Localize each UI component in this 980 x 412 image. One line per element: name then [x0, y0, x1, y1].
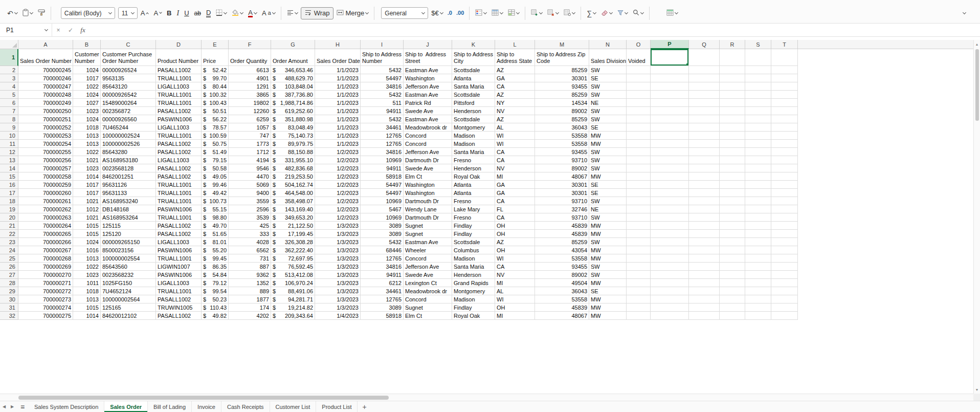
cell-Q4[interactable]: [689, 82, 720, 91]
cell-S11[interactable]: [745, 140, 771, 148]
cell-S12[interactable]: [745, 148, 771, 156]
cell-C27[interactable]: 0023568232: [101, 271, 156, 279]
cell-R27[interactable]: [720, 271, 745, 279]
cell-F32[interactable]: 4202: [229, 312, 271, 320]
cell-E24[interactable]: $55.20: [202, 246, 229, 254]
cell-P25[interactable]: [651, 254, 689, 263]
cell-P21[interactable]: [651, 222, 689, 230]
cell-K11[interactable]: Madison: [452, 140, 495, 148]
cell-B28[interactable]: 1011: [73, 279, 101, 287]
cell-F8[interactable]: 6259: [229, 115, 271, 123]
cell-D13[interactable]: LIGALL1003: [156, 156, 202, 164]
cell-M18[interactable]: 93710: [535, 197, 589, 205]
cell-H6[interactable]: 1/1/2023: [315, 99, 361, 107]
cell-I5[interactable]: 5432: [361, 91, 404, 99]
font-name-select[interactable]: Calibri (Body): [61, 7, 115, 19]
cell-O23[interactable]: [627, 238, 651, 246]
sheet-tab-cash-receipts[interactable]: Cash Receipts: [221, 401, 270, 412]
cell-F3[interactable]: 4901: [229, 74, 271, 82]
cell-R1[interactable]: [720, 49, 745, 66]
cell-N9[interactable]: SE: [589, 123, 627, 132]
cell-B7[interactable]: 1023: [73, 107, 101, 115]
cell-H12[interactable]: 1/2/2023: [315, 148, 361, 156]
cell-H30[interactable]: 1/3/2023: [315, 295, 361, 303]
cell-E2[interactable]: $52.42: [202, 66, 229, 74]
cell-B8[interactable]: 1024: [73, 115, 101, 123]
cell-S18[interactable]: [745, 197, 771, 205]
cell-K31[interactable]: Findlay: [452, 303, 495, 312]
cell-D3[interactable]: TRUALL1001: [156, 74, 202, 82]
cell-G30[interactable]: $94,281.71: [271, 295, 315, 303]
cell-F11[interactable]: 1773: [229, 140, 271, 148]
cell-F2[interactable]: 6613: [229, 66, 271, 74]
cell-P16[interactable]: [651, 181, 689, 189]
cell-I16[interactable]: 54497: [361, 181, 404, 189]
cell-T11[interactable]: [771, 140, 798, 148]
row-header-7[interactable]: 7: [0, 107, 18, 115]
cell-A32[interactable]: 700000275: [18, 312, 73, 320]
cell-I7[interactable]: 94911: [361, 107, 404, 115]
column-header-M[interactable]: M: [535, 40, 589, 49]
row-header-29[interactable]: 29: [0, 287, 18, 295]
autosum-button[interactable]: ∑: [585, 7, 598, 19]
cell-F14[interactable]: 9546: [229, 164, 271, 172]
cell-P14[interactable]: [651, 164, 689, 172]
cell-E3[interactable]: $99.70: [202, 74, 229, 82]
row-header-15[interactable]: 15: [0, 172, 18, 181]
cell-R31[interactable]: [720, 303, 745, 312]
cell-P28[interactable]: [651, 279, 689, 287]
cell-G3[interactable]: $488,629.70: [271, 74, 315, 82]
row-header-12[interactable]: 12: [0, 148, 18, 156]
cell-D9[interactable]: LIGALL1003: [156, 123, 202, 132]
cell-F21[interactable]: 425: [229, 222, 271, 230]
cell-F4[interactable]: 1291: [229, 82, 271, 91]
cell-I28[interactable]: 6212: [361, 279, 404, 287]
cell-B15[interactable]: 1014: [73, 172, 101, 181]
cell-O31[interactable]: [627, 303, 651, 312]
cell-L16[interactable]: GA: [495, 181, 535, 189]
cell-E16[interactable]: $99.46: [202, 181, 229, 189]
cell-Q2[interactable]: [689, 66, 720, 74]
currency-format-button[interactable]: $€: [429, 7, 444, 19]
cell-S29[interactable]: [745, 287, 771, 295]
cell-O28[interactable]: [627, 279, 651, 287]
cell-T31[interactable]: [771, 303, 798, 312]
cell-N19[interactable]: NE: [589, 205, 627, 213]
cell-Q3[interactable]: [689, 74, 720, 82]
cell-R18[interactable]: [720, 197, 745, 205]
cell-C8[interactable]: 00000926560: [101, 115, 156, 123]
cell-A14[interactable]: 700000257: [18, 164, 73, 172]
cell-J27[interactable]: Swede Ave: [404, 271, 452, 279]
cell-H24[interactable]: 1/3/2023: [315, 246, 361, 254]
row-header-28[interactable]: 28: [0, 279, 18, 287]
cell-F20[interactable]: 3539: [229, 213, 271, 222]
cell-B26[interactable]: 1022: [73, 263, 101, 271]
cell-C19[interactable]: DB148168: [101, 205, 156, 213]
cancel-button[interactable]: ×: [52, 27, 64, 34]
cell-N20[interactable]: SW: [589, 213, 627, 222]
row-header-27[interactable]: 27: [0, 271, 18, 279]
cell-Q16[interactable]: [689, 181, 720, 189]
cell-N2[interactable]: SW: [589, 66, 627, 74]
cell-D8[interactable]: PASWIN1006: [156, 115, 202, 123]
superscript-button[interactable]: Aa: [260, 7, 277, 19]
cell-L24[interactable]: OH: [495, 246, 535, 254]
cell-B10[interactable]: 1013: [73, 132, 101, 140]
cell-A6[interactable]: 700000249: [18, 99, 73, 107]
cell-A15[interactable]: 700000258: [18, 172, 73, 181]
cell-Q27[interactable]: [689, 271, 720, 279]
cell-D5[interactable]: TRUALL1001: [156, 91, 202, 99]
cell-K12[interactable]: Santa Maria: [452, 148, 495, 156]
cell-J8[interactable]: Eastman Ave: [404, 115, 452, 123]
cell-T28[interactable]: [771, 279, 798, 287]
cell-S17[interactable]: [745, 189, 771, 197]
cell-G31[interactable]: $19,214.82: [271, 303, 315, 312]
cell-H21[interactable]: 1/3/2023: [315, 222, 361, 230]
cell-Q28[interactable]: [689, 279, 720, 287]
cell-I2[interactable]: 5432: [361, 66, 404, 74]
cell-L3[interactable]: GA: [495, 74, 535, 82]
cell-P15[interactable]: [651, 172, 689, 181]
cell-H19[interactable]: 1/2/2023: [315, 205, 361, 213]
cell-T27[interactable]: [771, 271, 798, 279]
cell-Q29[interactable]: [689, 287, 720, 295]
